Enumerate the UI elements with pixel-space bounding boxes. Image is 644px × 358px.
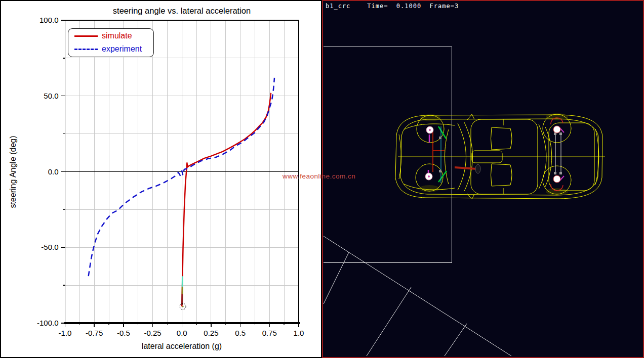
simulate-curve [182,93,271,306]
application-window: -1.0-0.75-0.5-0.250.00.250.50.751.0100.0… [0,0,644,358]
chart-title: steering angle vs. lateral acceleration [65,6,299,16]
experiment-curve [89,78,274,276]
car-wireframe [395,113,605,199]
svg-text:-1.0: -1.0 [59,329,72,337]
legend-row-experiment: experiment [68,42,153,55]
viewport-header: b1_crc Time= 0.1000 Frame=3 [326,3,459,10]
watermark: www.feaonline.com.cn [283,172,355,180]
road-lines [324,47,452,262]
svg-text:0.25: 0.25 [204,329,218,337]
road-rectangle [324,47,452,262]
steering-angle-chart: -1.0-0.75-0.5-0.250.00.250.50.751.0100.0… [0,0,322,358]
legend-row-simulate: simulate [68,29,153,42]
svg-text:0.5: 0.5 [235,329,246,337]
simulate-line-sample [74,35,98,37]
tick-labels: -1.0-0.75-0.5-0.250.00.250.50.751.0100.0… [37,16,304,337]
svg-text:0.75: 0.75 [262,329,277,337]
svg-text:100.0: 100.0 [39,16,59,24]
rear-suspension [551,118,564,191]
x-axis-label: lateral acceleration (g) [65,342,299,351]
chart-legend: simulate experiment [68,28,154,57]
svg-text:50.0: 50.0 [44,92,58,100]
y-axis-label: steering Angle (deg) [9,136,18,208]
simulation-viewport[interactable]: b1_crc Time= 0.1000 Frame=3 [322,0,644,358]
svg-text:-50.0: -50.0 [41,243,58,251]
svg-text:1.0: 1.0 [294,329,304,337]
road-edge-lines [324,236,511,356]
svg-text:-100.0: -100.0 [37,319,59,327]
svg-text:0.0: 0.0 [177,329,187,337]
svg-text:-0.5: -0.5 [117,329,130,337]
chart-panel: -1.0-0.75-0.5-0.250.00.250.50.751.0100.0… [0,0,322,358]
selection-marker-dot [182,305,183,307]
svg-text:0.0: 0.0 [48,167,59,176]
front-suspension [425,126,480,183]
legend-label-simulate: simulate [102,31,132,40]
svg-text:-0.75: -0.75 [86,329,103,337]
viewport-canvas[interactable] [322,0,644,358]
svg-text:-0.25: -0.25 [144,329,161,337]
experiment-line-sample [74,49,98,50]
legend-label-experiment: experiment [102,44,142,54]
